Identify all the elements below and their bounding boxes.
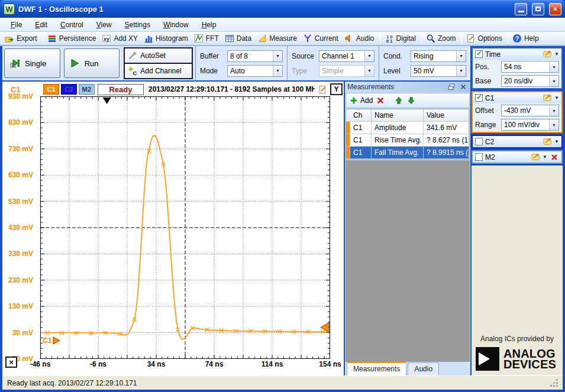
time-pos-combobox[interactable]: 54 ns▼ [501, 61, 559, 73]
c2-enable-checkbox[interactable] [475, 138, 483, 145]
cond-value: Rising [411, 52, 456, 60]
c1-offset-combobox[interactable]: -430 mV▼ [501, 105, 559, 116]
menu-window[interactable]: Window [157, 19, 195, 31]
down-glyph-icon [406, 96, 416, 105]
toolbar-fft[interactable]: FFT [192, 33, 222, 44]
chevron-down-icon[interactable]: ▼ [554, 139, 559, 144]
group-header-c2: C2▼ [473, 136, 561, 147]
minimize-icon [518, 11, 524, 12]
column-header-ch[interactable]: Ch [350, 109, 372, 122]
channel-color-strip [346, 147, 350, 159]
table-row[interactable]: C1Amplitude341.6 mV [346, 122, 469, 134]
buffer-combobox[interactable]: 8 of 8▼ [227, 50, 283, 62]
measurements-title: Measurements [347, 83, 444, 91]
chevron-down-icon[interactable]: ▼ [364, 51, 374, 61]
toolbar-label: Zoom [438, 34, 456, 43]
add-measurement-button[interactable]: Add [349, 96, 373, 105]
time-enable-checkbox[interactable] [475, 50, 483, 58]
chevron-down-icon[interactable]: ▼ [543, 154, 547, 160]
pos-label: Pos. [475, 63, 501, 71]
chevron-down-icon[interactable]: ▼ [273, 66, 282, 76]
cell-ch: C1 [350, 134, 372, 147]
properties-glyph-icon [543, 137, 552, 147]
chevron-down-icon[interactable]: ▼ [273, 51, 282, 61]
chevron-down-icon[interactable]: ▼ [554, 95, 559, 101]
cell-name: Amplitude [372, 122, 424, 134]
tab-measurements[interactable]: Measurements [347, 362, 406, 375]
source-combobox[interactable]: Channel 1▼ [319, 50, 374, 62]
toolbar-export[interactable]: Export [2, 33, 41, 44]
waveform-plot[interactable]: C1 [40, 96, 330, 359]
cond-combobox[interactable]: Rising▼ [411, 50, 466, 62]
column-header-value[interactable]: Value [424, 109, 469, 122]
resize-grip[interactable] [550, 379, 558, 387]
options-icon [466, 34, 476, 43]
move-up-button[interactable] [394, 96, 403, 105]
toolbar-add-xy[interactable]: xyAdd XY [99, 33, 141, 44]
toolbar-persistence[interactable]: Persistence [45, 33, 100, 44]
toolbar-separator [380, 34, 380, 44]
channel-groups: Time▼Pos.54 ns▼Base20 ns/div▼C1▼Offset-4… [472, 47, 563, 164]
y-axis-button[interactable]: Y [330, 83, 343, 95]
single-button[interactable]: 1 Single [4, 48, 60, 78]
chevron-down-icon[interactable]: ▼ [549, 76, 558, 86]
plot-close-button[interactable]: × [5, 357, 17, 368]
column-header-name[interactable]: Name [372, 109, 424, 122]
table-row[interactable]: C1Rise Time Avg.? 8.627 ns (1... [346, 134, 469, 147]
toolbar-options[interactable]: Options [464, 33, 506, 44]
chevron-down-icon[interactable]: ▼ [549, 61, 558, 72]
table-row[interactable]: C1Fall Time Avg.? 8.9915 ns (... [346, 147, 469, 159]
close-panel-icon[interactable] [459, 82, 468, 92]
status-bar: Ready last acq. 2013/02/27 12:29:10.171 [2, 375, 563, 390]
chevron-down-icon[interactable]: ▼ [554, 51, 559, 57]
close-button[interactable]: × [549, 3, 561, 15]
type-combobox[interactable]: Simple▼ [319, 65, 374, 77]
menu-control[interactable]: Control [54, 19, 89, 31]
menu-file[interactable]: File [5, 19, 28, 31]
channel-tag-c1[interactable]: C1 [43, 84, 59, 95]
chevron-down-icon[interactable]: ▼ [364, 66, 374, 76]
minimize-button[interactable] [515, 3, 527, 15]
app-icon: W [4, 4, 15, 15]
group-label: M2 [485, 153, 528, 161]
chevron-down-icon[interactable]: ▼ [456, 66, 466, 76]
toolbar-current[interactable]: Current [301, 33, 342, 44]
menu-help[interactable]: Help [196, 19, 222, 31]
properties-glyph-icon [543, 93, 552, 103]
channel-tag-m2[interactable]: M2 [79, 84, 95, 95]
x-tick-label: 154 ns [319, 360, 341, 368]
toolbar-measure[interactable]: Measure [255, 33, 301, 44]
channel-tag-c2[interactable]: C2 [61, 84, 77, 95]
autoset-button[interactable]: AutoSet [125, 48, 192, 64]
run-button[interactable]: Run [64, 48, 120, 78]
cell-name: Fall Time Avg. [372, 147, 424, 159]
acquisition-controls: 1 Single Run AutoSet C Add Channel [2, 46, 470, 82]
move-down-button[interactable] [406, 96, 416, 105]
m2-enable-checkbox[interactable] [475, 153, 483, 161]
c1-range-combobox[interactable]: 100 mV/div▼ [501, 119, 559, 131]
autoset-group: AutoSet C Add Channel [124, 47, 193, 79]
toolbar-zoom[interactable]: Zoom [424, 33, 460, 44]
plot-options-icon[interactable] [318, 85, 327, 94]
cond-label: Cond. [383, 52, 411, 60]
toolbar-audio[interactable]: Audio [342, 33, 378, 44]
level-combobox[interactable]: 50 mV▼ [411, 65, 466, 77]
mode-combobox[interactable]: Auto▼ [227, 65, 283, 77]
toolbar-histogram[interactable]: Histogram [141, 33, 192, 44]
toolbar-help[interactable]: ?Help [510, 33, 543, 44]
delete-measurement-button[interactable] [376, 96, 385, 105]
c1-enable-checkbox[interactable] [475, 94, 483, 102]
tab-audio[interactable]: Audio [408, 362, 439, 375]
menu-view[interactable]: View [91, 19, 118, 31]
maximize-button[interactable] [532, 3, 544, 15]
chevron-down-icon[interactable]: ▼ [549, 105, 558, 116]
add-channel-button[interactable]: C Add Channel [125, 64, 192, 78]
float-panel-icon[interactable] [447, 82, 456, 92]
menu-settings[interactable]: Settings [119, 19, 156, 31]
menu-edit[interactable]: Edit [29, 19, 53, 31]
chevron-down-icon[interactable]: ▼ [549, 119, 558, 130]
chevron-down-icon[interactable]: ▼ [456, 51, 466, 61]
time-base-combobox[interactable]: 20 ns/div▼ [501, 75, 559, 87]
toolbar-data[interactable]: Data [222, 33, 255, 44]
toolbar-digital[interactable]: 1 00 1Digital [382, 33, 419, 44]
